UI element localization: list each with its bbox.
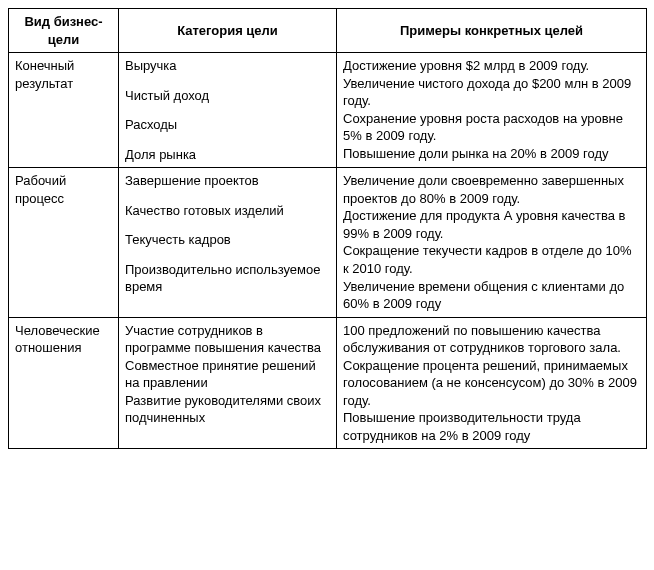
category-item: Текучесть кадров bbox=[125, 231, 330, 249]
header-examples: Примеры конкретных целей bbox=[337, 9, 647, 53]
header-row: Вид бизнес-цели Категория цели Примеры к… bbox=[9, 9, 647, 53]
cell-kind: Конечный результат bbox=[9, 53, 119, 168]
cell-kind: Рабочий процесс bbox=[9, 168, 119, 317]
category-item: Расходы bbox=[125, 116, 330, 134]
example-item: Увеличение чистого дохода до $200 млн в … bbox=[343, 75, 640, 110]
category-item: Чистый доход bbox=[125, 87, 330, 105]
cell-kind: Человеческие отношения bbox=[9, 317, 119, 449]
table-row: Человеческие отношенияУчастие сотруднико… bbox=[9, 317, 647, 449]
example-item: Увеличение доли своевременно завершенных… bbox=[343, 172, 640, 207]
category-item: Развитие руководителями своих подчиненны… bbox=[125, 392, 330, 427]
table-row: Рабочий процессЗавершение проектовКачест… bbox=[9, 168, 647, 317]
category-item: Совместное принятие решений на правлении bbox=[125, 357, 330, 392]
header-kind: Вид бизнес-цели bbox=[9, 9, 119, 53]
goals-table: Вид бизнес-цели Категория цели Примеры к… bbox=[8, 8, 647, 449]
category-item: Выручка bbox=[125, 57, 330, 75]
example-item: Достижение для продукта А уровня качеств… bbox=[343, 207, 640, 242]
example-item: Сокращение текучести кадров в отделе до … bbox=[343, 242, 640, 277]
cell-examples: Достижение уровня $2 млрд в 2009 году.Ув… bbox=[337, 53, 647, 168]
category-item: Качество готовых изделий bbox=[125, 202, 330, 220]
example-item: Достижение уровня $2 млрд в 2009 году. bbox=[343, 57, 640, 75]
example-item: Повышение доли рынка на 20% в 2009 году bbox=[343, 145, 640, 163]
cell-examples: 100 предложений по повышению качества об… bbox=[337, 317, 647, 449]
cell-category: Завершение проектовКачество готовых изде… bbox=[119, 168, 337, 317]
category-item: Доля рынка bbox=[125, 146, 330, 164]
example-item: Сокращение процента решений, принимаемых… bbox=[343, 357, 640, 410]
category-item: Участие сотрудников в программе повышени… bbox=[125, 322, 330, 357]
example-item: 100 предложений по повышению качества об… bbox=[343, 322, 640, 357]
header-category: Категория цели bbox=[119, 9, 337, 53]
example-item: Сохранение уровня роста расходов на уров… bbox=[343, 110, 640, 145]
cell-category: Участие сотрудников в программе повышени… bbox=[119, 317, 337, 449]
table-row: Конечный результатВыручкаЧистый доходРас… bbox=[9, 53, 647, 168]
cell-examples: Увеличение доли своевременно завершенных… bbox=[337, 168, 647, 317]
category-item: Завершение проектов bbox=[125, 172, 330, 190]
category-item: Производительно используемое время bbox=[125, 261, 330, 296]
example-item: Повышение производительности труда сотру… bbox=[343, 409, 640, 444]
example-item: Увеличение времени общения с клиентами д… bbox=[343, 278, 640, 313]
cell-category: ВыручкаЧистый доходРасходыДоля рынка bbox=[119, 53, 337, 168]
